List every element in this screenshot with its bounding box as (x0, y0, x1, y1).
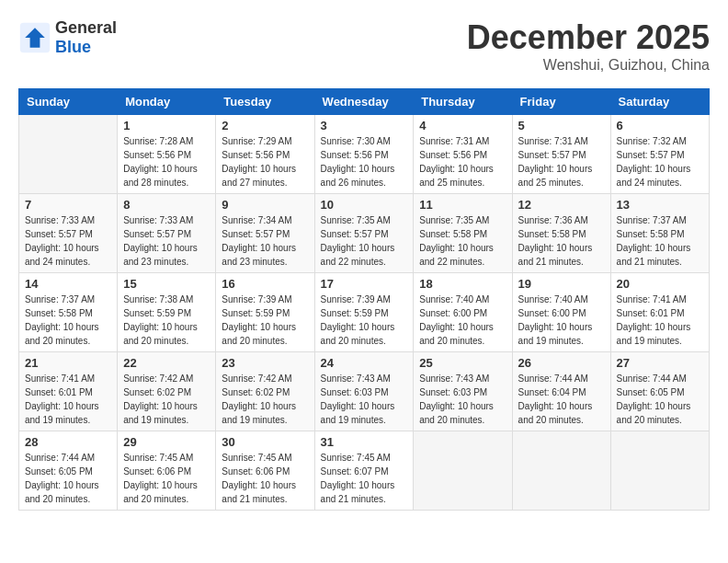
calendar-cell: 2Sunrise: 7:29 AMSunset: 5:56 PMDaylight… (216, 115, 314, 194)
day-info: Sunrise: 7:33 AMSunset: 5:57 PMDaylight:… (123, 213, 210, 269)
day-info: Sunrise: 7:44 AMSunset: 6:04 PMDaylight:… (518, 372, 605, 427)
day-number: 31 (321, 435, 408, 449)
day-number: 17 (321, 277, 408, 291)
day-info: Sunrise: 7:31 AMSunset: 5:57 PMDaylight:… (518, 134, 605, 190)
calendar-cell: 31Sunrise: 7:45 AMSunset: 6:07 PMDayligh… (314, 431, 414, 511)
day-number: 22 (123, 356, 210, 370)
logo-blue-text: Blue (55, 38, 91, 56)
day-info: Sunrise: 7:39 AMSunset: 5:59 PMDaylight:… (222, 293, 308, 348)
day-info: Sunrise: 7:32 AMSunset: 5:57 PMDaylight:… (617, 134, 703, 190)
day-info: Sunrise: 7:39 AMSunset: 5:59 PMDaylight:… (321, 293, 408, 348)
calendar-cell: 22Sunrise: 7:42 AMSunset: 6:02 PMDayligh… (118, 352, 216, 431)
column-header-monday: Monday (118, 89, 216, 115)
calendar-cell: 19Sunrise: 7:40 AMSunset: 6:00 PMDayligh… (512, 273, 610, 352)
calendar-cell: 20Sunrise: 7:41 AMSunset: 6:01 PMDayligh… (610, 273, 709, 352)
month-title: December 2025 (467, 18, 710, 57)
column-header-wednesday: Wednesday (314, 89, 414, 115)
logo: General Blue (18, 18, 117, 57)
day-info: Sunrise: 7:45 AMSunset: 6:06 PMDaylight:… (222, 451, 308, 506)
calendar-cell: 13Sunrise: 7:37 AMSunset: 5:58 PMDayligh… (610, 194, 709, 273)
day-number: 27 (617, 356, 703, 370)
calendar-cell: 17Sunrise: 7:39 AMSunset: 5:59 PMDayligh… (314, 273, 414, 352)
column-header-tuesday: Tuesday (216, 89, 314, 115)
calendar-cell: 11Sunrise: 7:35 AMSunset: 5:58 PMDayligh… (414, 194, 512, 273)
calendar-cell: 27Sunrise: 7:44 AMSunset: 6:05 PMDayligh… (610, 352, 709, 431)
day-info: Sunrise: 7:43 AMSunset: 6:03 PMDaylight:… (419, 372, 506, 427)
calendar-cell: 16Sunrise: 7:39 AMSunset: 5:59 PMDayligh… (216, 273, 314, 352)
day-number: 20 (617, 277, 703, 291)
calendar-cell: 15Sunrise: 7:38 AMSunset: 5:59 PMDayligh… (118, 273, 216, 352)
calendar-cell (610, 431, 709, 511)
calendar-cell: 24Sunrise: 7:43 AMSunset: 6:03 PMDayligh… (314, 352, 414, 431)
day-number: 15 (123, 277, 210, 291)
day-number: 13 (617, 198, 703, 212)
day-number: 2 (222, 119, 308, 132)
day-number: 10 (321, 198, 408, 212)
day-info: Sunrise: 7:31 AMSunset: 5:56 PMDaylight:… (419, 134, 506, 190)
calendar-cell: 28Sunrise: 7:44 AMSunset: 6:05 PMDayligh… (19, 431, 118, 511)
calendar-cell: 1Sunrise: 7:28 AMSunset: 5:56 PMDaylight… (118, 115, 216, 194)
logo-general-text: General (55, 18, 117, 37)
day-info: Sunrise: 7:30 AMSunset: 5:56 PMDaylight:… (321, 134, 408, 190)
day-number: 14 (25, 277, 111, 291)
day-info: Sunrise: 7:43 AMSunset: 6:03 PMDaylight:… (321, 372, 408, 427)
calendar-week-1: 1Sunrise: 7:28 AMSunset: 5:56 PMDaylight… (19, 115, 710, 194)
day-info: Sunrise: 7:34 AMSunset: 5:57 PMDaylight:… (222, 213, 308, 269)
calendar-cell: 12Sunrise: 7:36 AMSunset: 5:58 PMDayligh… (512, 194, 610, 273)
calendar-cell: 25Sunrise: 7:43 AMSunset: 6:03 PMDayligh… (414, 352, 512, 431)
day-number: 6 (617, 119, 703, 132)
day-info: Sunrise: 7:45 AMSunset: 6:06 PMDaylight:… (123, 451, 210, 506)
calendar-cell: 30Sunrise: 7:45 AMSunset: 6:06 PMDayligh… (216, 431, 314, 511)
day-number: 11 (419, 198, 506, 212)
day-number: 29 (123, 435, 210, 449)
day-info: Sunrise: 7:33 AMSunset: 5:57 PMDaylight:… (25, 213, 111, 269)
calendar-cell: 14Sunrise: 7:37 AMSunset: 5:58 PMDayligh… (19, 273, 118, 352)
day-number: 23 (222, 356, 308, 370)
day-info: Sunrise: 7:35 AMSunset: 5:58 PMDaylight:… (419, 213, 506, 269)
calendar-cell: 10Sunrise: 7:35 AMSunset: 5:57 PMDayligh… (314, 194, 414, 273)
day-number: 4 (419, 119, 506, 132)
day-number: 26 (518, 356, 605, 370)
calendar-cell: 26Sunrise: 7:44 AMSunset: 6:04 PMDayligh… (512, 352, 610, 431)
logo-icon (18, 21, 51, 54)
day-info: Sunrise: 7:41 AMSunset: 6:01 PMDaylight:… (617, 293, 703, 348)
day-info: Sunrise: 7:28 AMSunset: 5:56 PMDaylight:… (123, 134, 210, 190)
calendar-cell: 5Sunrise: 7:31 AMSunset: 5:57 PMDaylight… (512, 115, 610, 194)
day-number: 28 (25, 435, 111, 449)
calendar-cell: 3Sunrise: 7:30 AMSunset: 5:56 PMDaylight… (314, 115, 414, 194)
day-info: Sunrise: 7:42 AMSunset: 6:02 PMDaylight:… (123, 372, 210, 427)
day-number: 7 (25, 198, 111, 212)
day-number: 30 (222, 435, 308, 449)
calendar-cell: 21Sunrise: 7:41 AMSunset: 6:01 PMDayligh… (19, 352, 118, 431)
day-number: 3 (321, 119, 408, 132)
calendar-cell: 7Sunrise: 7:33 AMSunset: 5:57 PMDaylight… (19, 194, 118, 273)
page-header: General Blue December 2025 Wenshui, Guiz… (18, 18, 710, 74)
calendar-cell: 9Sunrise: 7:34 AMSunset: 5:57 PMDaylight… (216, 194, 314, 273)
day-info: Sunrise: 7:36 AMSunset: 5:58 PMDaylight:… (518, 213, 605, 269)
column-header-sunday: Sunday (19, 89, 118, 115)
column-header-thursday: Thursday (414, 89, 512, 115)
title-block: December 2025 Wenshui, Guizhou, China (467, 18, 710, 74)
location: Wenshui, Guizhou, China (467, 57, 710, 74)
calendar-cell: 4Sunrise: 7:31 AMSunset: 5:56 PMDaylight… (414, 115, 512, 194)
calendar-week-2: 7Sunrise: 7:33 AMSunset: 5:57 PMDaylight… (19, 194, 710, 273)
day-number: 9 (222, 198, 308, 212)
calendar-cell: 18Sunrise: 7:40 AMSunset: 6:00 PMDayligh… (414, 273, 512, 352)
calendar-cell: 23Sunrise: 7:42 AMSunset: 6:02 PMDayligh… (216, 352, 314, 431)
day-number: 21 (25, 356, 111, 370)
day-number: 12 (518, 198, 605, 212)
day-info: Sunrise: 7:37 AMSunset: 5:58 PMDaylight:… (617, 213, 703, 269)
day-number: 25 (419, 356, 506, 370)
day-info: Sunrise: 7:41 AMSunset: 6:01 PMDaylight:… (25, 372, 111, 427)
day-number: 19 (518, 277, 605, 291)
day-info: Sunrise: 7:29 AMSunset: 5:56 PMDaylight:… (222, 134, 308, 190)
calendar-cell (19, 115, 118, 194)
day-info: Sunrise: 7:45 AMSunset: 6:07 PMDaylight:… (321, 451, 408, 506)
day-number: 1 (123, 119, 210, 132)
calendar-week-5: 28Sunrise: 7:44 AMSunset: 6:05 PMDayligh… (19, 431, 710, 511)
day-number: 18 (419, 277, 506, 291)
day-info: Sunrise: 7:35 AMSunset: 5:57 PMDaylight:… (321, 213, 408, 269)
day-info: Sunrise: 7:42 AMSunset: 6:02 PMDaylight:… (222, 372, 308, 427)
day-info: Sunrise: 7:44 AMSunset: 6:05 PMDaylight:… (617, 372, 703, 427)
calendar-week-3: 14Sunrise: 7:37 AMSunset: 5:58 PMDayligh… (19, 273, 710, 352)
